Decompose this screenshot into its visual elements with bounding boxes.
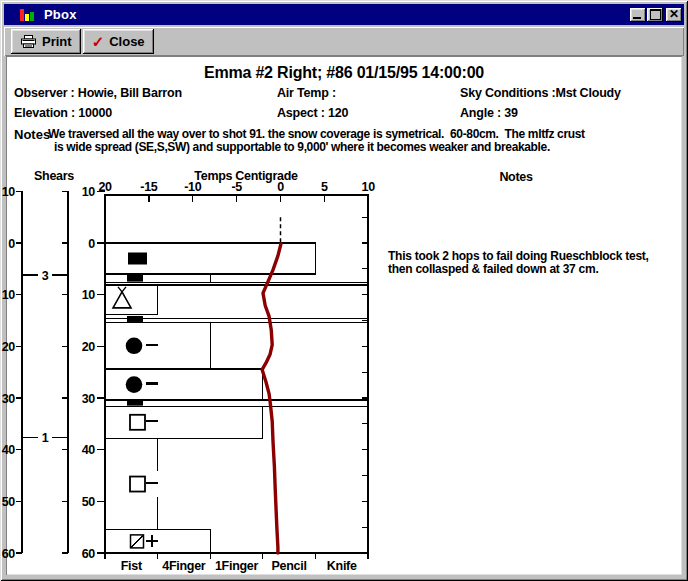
pit-comment-line-2: then collasped & failed down at 37 cm. bbox=[388, 263, 649, 276]
printer-icon bbox=[20, 35, 37, 49]
red-check-icon: ✓ bbox=[92, 36, 105, 48]
bar-chart-icon bbox=[20, 8, 35, 22]
maximize-button[interactable] bbox=[647, 8, 663, 22]
window-controls: ✕ bbox=[629, 8, 682, 22]
close-button[interactable]: ✓ Close bbox=[83, 29, 154, 54]
print-button[interactable]: Print bbox=[11, 29, 81, 54]
air-temp-field: Air Temp : bbox=[277, 86, 336, 100]
elevation-field: Elevation : 10000 bbox=[14, 106, 112, 120]
close-window-button[interactable]: ✕ bbox=[666, 8, 682, 22]
maximize-icon bbox=[650, 9, 661, 20]
minimize-button[interactable] bbox=[630, 8, 646, 22]
observer-field: Observer : Howie, Bill Barron bbox=[14, 86, 182, 100]
window-title: Pbox bbox=[44, 7, 77, 22]
notes-label: Notes bbox=[14, 127, 50, 142]
sky-conditions-field: Sky Conditions :Mst Cloudy bbox=[460, 86, 621, 100]
titlebar: Pbox ✕ bbox=[4, 4, 684, 25]
report-area: Emma #2 Right; #86 01/15/95 14:00:00 Obs… bbox=[6, 56, 682, 575]
notes-text: We traversed all the way over to shot 91… bbox=[48, 128, 585, 154]
pit-comment-text: This took 2 hops to fail doing Rueschblo… bbox=[388, 250, 649, 276]
print-button-label: Print bbox=[42, 34, 72, 49]
minimize-icon bbox=[633, 17, 641, 19]
aspect-field: Aspect : 120 bbox=[277, 106, 348, 120]
angle-field: Angle : 39 bbox=[460, 106, 518, 120]
notes-line-2: is wide spread (SE,S,SW) and supportable… bbox=[48, 141, 585, 154]
close-button-label: Close bbox=[109, 34, 144, 49]
close-icon: ✕ bbox=[669, 9, 679, 19]
app-window: Pbox ✕ Print ✓ Close Emma #2 Right; #86 … bbox=[0, 0, 688, 581]
pit-title: Emma #2 Right; #86 01/15/95 14:00:00 bbox=[6, 64, 682, 82]
toolbar: Print ✓ Close bbox=[4, 27, 684, 56]
